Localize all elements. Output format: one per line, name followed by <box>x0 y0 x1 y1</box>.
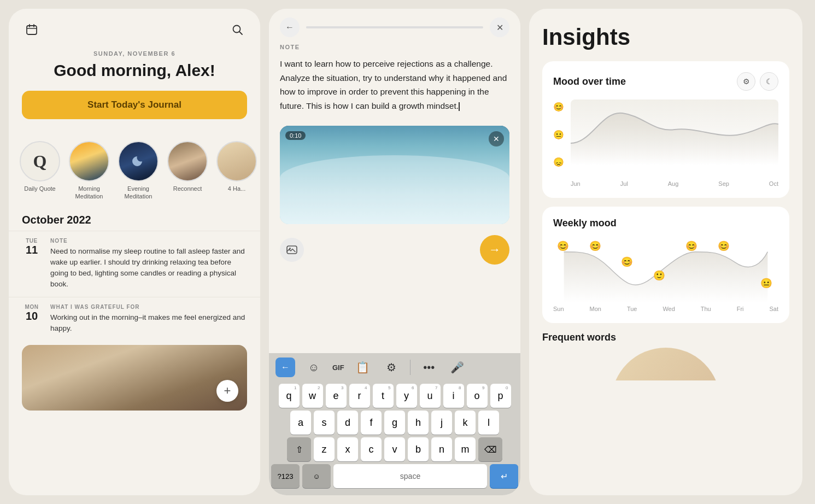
note-entry-1[interactable]: TUE 11 NOTE Need to normalise my sleep r… <box>9 231 260 297</box>
key-g[interactable]: g <box>384 411 405 435</box>
entry-type-1: NOTE <box>50 238 247 244</box>
daily-quote-label: Daily Quote <box>24 185 55 192</box>
key-u[interactable]: u7 <box>420 384 441 408</box>
keyboard-mic-btn[interactable]: 🎤 <box>448 358 467 377</box>
search-icon[interactable] <box>227 20 247 39</box>
entry-text-1: Need to normalise my sleep routine to fa… <box>50 246 247 290</box>
reconnect-label: Reconnect <box>173 185 202 192</box>
frequent-words-title: Frequent words <box>542 332 789 343</box>
circle-morning-meditation[interactable]: Morning Meditation <box>69 141 109 201</box>
mood-chart-svg <box>571 99 778 165</box>
add-button[interactable]: + <box>216 380 238 402</box>
key-z[interactable]: z <box>314 437 335 461</box>
key-e[interactable]: e3 <box>326 384 347 408</box>
key-return[interactable]: ↵ <box>490 464 518 488</box>
weekly-emoji-mon: 😊 <box>589 240 602 252</box>
key-v[interactable]: v <box>384 437 405 461</box>
month-jul: Jul <box>620 180 628 187</box>
circle-reconnect[interactable]: Reconnect <box>167 141 208 201</box>
greeting-section: SUNDAY, NOVEMBER 6 Good morning, Alex! S… <box>9 46 260 130</box>
date-label: SUNDAY, NOVEMBER 6 <box>22 50 247 57</box>
daily-quote-circle: Q <box>20 141 60 181</box>
circle-extra[interactable]: 4 Ha... <box>216 141 257 201</box>
weekly-chart: 😊 😊 😊 🙂 😊 😊 😐 <box>553 238 778 303</box>
attach-image-button[interactable] <box>280 238 304 262</box>
close-button[interactable]: ✕ <box>490 17 509 37</box>
ocean-image <box>280 126 509 224</box>
key-p[interactable]: p0 <box>490 384 511 408</box>
circle-evening-meditation[interactable]: Evening Meditation <box>118 141 159 201</box>
day-fri: Fri <box>737 306 744 312</box>
key-i[interactable]: i8 <box>443 384 464 408</box>
middle-panel: ← ✕ NOTE I want to learn how to perceive… <box>269 9 520 495</box>
evening-meditation-label: Evening Meditation <box>118 185 159 201</box>
key-b[interactable]: b <box>408 437 429 461</box>
day-thu: Thu <box>701 306 711 312</box>
send-button[interactable]: → <box>480 235 509 265</box>
key-a[interactable]: a <box>290 411 311 435</box>
key-f[interactable]: f <box>361 411 382 435</box>
key-numeric[interactable]: ?123 <box>271 464 300 488</box>
extra-label: 4 Ha... <box>228 185 245 192</box>
key-q[interactable]: q1 <box>279 384 300 408</box>
key-j[interactable]: j <box>431 411 452 435</box>
circles-row: Q Daily Quote Morning Meditation Evening… <box>9 130 260 205</box>
key-shift[interactable]: ⇧ <box>287 437 311 461</box>
key-m[interactable]: m <box>455 437 476 461</box>
key-o[interactable]: o9 <box>467 384 488 408</box>
day-mon: Mon <box>590 306 601 312</box>
key-delete[interactable]: ⌫ <box>478 437 502 461</box>
keyboard-more-btn[interactable]: ••• <box>419 358 439 377</box>
date-block-1: TUE 11 <box>22 238 42 290</box>
bedding-image <box>22 345 247 411</box>
left-panel: SUNDAY, NOVEMBER 6 Good morning, Alex! S… <box>9 9 260 495</box>
note-text[interactable]: I want to learn how to perceive rejectio… <box>269 55 520 121</box>
key-space[interactable]: space <box>333 464 487 488</box>
keyboard-back-btn[interactable]: ← <box>275 358 295 377</box>
keyboard-emoji-btn[interactable]: ☺ <box>304 358 324 377</box>
note-entry-2[interactable]: MON 10 WHAT I WAS GRATEFUL FOR Working o… <box>9 297 260 341</box>
keyboard-row-2: a s d f g h j k l <box>271 411 518 435</box>
weekly-mood-header: Weekly mood <box>553 218 778 229</box>
keyboard-clipboard-btn[interactable]: 📋 <box>353 358 373 377</box>
send-area: → <box>269 228 520 271</box>
day-num-1: 11 <box>26 244 38 256</box>
gif-btn[interactable]: GIF <box>332 364 344 372</box>
mood-chart: 😊 😐 😞 <box>553 99 778 176</box>
key-n[interactable]: n <box>431 437 452 461</box>
mood-over-time-title: Mood over time <box>553 76 626 87</box>
key-d[interactable]: d <box>337 411 358 435</box>
keyboard-settings-btn[interactable]: ⚙ <box>382 358 401 377</box>
key-t[interactable]: t5 <box>373 384 394 408</box>
video-thumbnail[interactable]: 0:10 ✕ <box>280 126 509 224</box>
back-button[interactable]: ← <box>280 17 300 37</box>
key-l[interactable]: l <box>478 411 499 435</box>
mood-moon-button[interactable]: ☾ <box>760 72 778 91</box>
month-aug: Aug <box>668 180 679 187</box>
key-c[interactable]: c <box>361 437 382 461</box>
weekly-emoji-sat: 😐 <box>760 277 773 289</box>
day-abbr-2: MON <box>25 304 39 310</box>
evening-meditation-circle <box>118 141 159 181</box>
mood-gear-button[interactable]: ⚙ <box>737 72 755 91</box>
calendar-icon[interactable] <box>22 20 42 39</box>
entry-content-1: NOTE Need to normalise my sleep routine … <box>50 238 247 290</box>
key-r[interactable]: r4 <box>349 384 370 408</box>
greeting-text: Good morning, Alex! <box>22 61 247 80</box>
key-s[interactable]: s <box>314 411 335 435</box>
weekly-emoji-thu: 😊 <box>685 240 698 252</box>
circle-daily-quote[interactable]: Q Daily Quote <box>20 141 60 201</box>
key-k[interactable]: k <box>455 411 476 435</box>
mood-over-time-header: Mood over time ⚙ ☾ <box>553 72 778 91</box>
weekly-chart-svg: 😊 😊 😊 🙂 😊 😊 😐 <box>553 238 778 303</box>
key-h[interactable]: h <box>408 411 429 435</box>
section-title: October 2022 <box>9 205 260 231</box>
start-journal-button[interactable]: Start Today's Journal <box>22 91 247 119</box>
key-y[interactable]: y6 <box>396 384 417 408</box>
key-emoji[interactable]: ☺ <box>302 464 331 488</box>
key-x[interactable]: x <box>337 437 358 461</box>
weekly-emoji-wed: 🙂 <box>653 269 666 282</box>
key-w[interactable]: w2 <box>302 384 323 408</box>
morning-meditation-label: Morning Meditation <box>69 185 109 201</box>
weekly-emoji-sun: 😊 <box>557 240 570 252</box>
